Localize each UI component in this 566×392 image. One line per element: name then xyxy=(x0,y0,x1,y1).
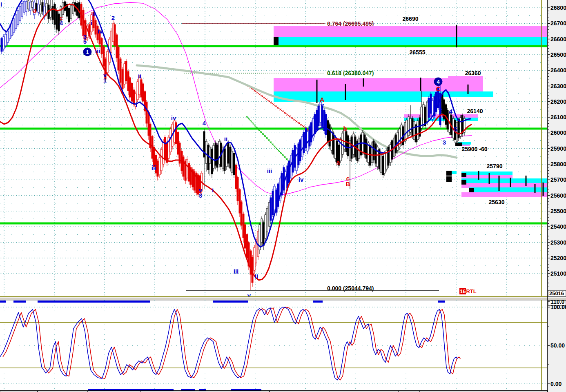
wave-label: 4 xyxy=(60,20,63,27)
candle-body xyxy=(137,82,138,100)
price-level-label: 26555 xyxy=(410,49,426,56)
candle-body xyxy=(148,112,149,136)
axis-tick-label: 25400. xyxy=(550,223,566,230)
wave-label: 4 xyxy=(203,120,206,127)
wave-label: i xyxy=(0,1,2,8)
candle-body xyxy=(288,161,290,183)
candle-body xyxy=(443,100,445,119)
candle-body xyxy=(329,125,330,146)
wave-label: iv xyxy=(98,28,103,35)
axis-tick-label: 26100. xyxy=(550,114,566,120)
candle-body xyxy=(287,166,288,188)
candle-body xyxy=(82,10,84,36)
candle-body xyxy=(186,159,188,178)
wave-label: 5 xyxy=(83,38,87,45)
candle-body xyxy=(138,78,140,95)
candle-body xyxy=(188,163,190,181)
price-band[interactable] xyxy=(274,37,547,45)
price-band[interactable] xyxy=(461,175,513,179)
candle-body xyxy=(157,161,158,176)
candle-body xyxy=(54,4,56,24)
candle-body xyxy=(401,125,402,144)
candle-body xyxy=(382,156,384,175)
candle-body xyxy=(164,137,166,160)
axis-tick-label: 26800. xyxy=(550,4,566,11)
wave-label: i xyxy=(136,101,137,108)
candle-body xyxy=(15,15,17,29)
price-band[interactable] xyxy=(461,192,547,197)
wave-label: 2 xyxy=(439,107,442,114)
candle-body xyxy=(408,117,410,136)
price-level-label: 26140 xyxy=(467,108,483,114)
candle-body xyxy=(384,154,386,173)
wave-label: v xyxy=(321,102,324,109)
candle-body xyxy=(233,153,235,175)
band-marker xyxy=(446,171,452,176)
candle-body xyxy=(27,1,29,9)
osc-signal-bar-top xyxy=(438,301,445,303)
candle-body xyxy=(23,1,25,12)
candle-body xyxy=(40,5,41,14)
candle-body xyxy=(159,158,160,175)
trading-app-window: 0.764 (26695.495)0.618 (26380.047)0.000 … xyxy=(0,0,566,392)
last-price-value: 25016 xyxy=(549,290,564,296)
wave-label: iii xyxy=(234,268,239,275)
candle-body xyxy=(129,78,131,97)
wave-label: 5 xyxy=(454,126,457,133)
axis-tick-label: 26400. xyxy=(550,67,566,74)
candle-body xyxy=(207,145,209,170)
axis-tick-label: 25800. xyxy=(550,161,566,167)
band-marker xyxy=(455,143,462,146)
band-marker xyxy=(461,180,466,185)
candle-body xyxy=(68,8,70,22)
candle-body xyxy=(404,122,406,141)
candle-body xyxy=(215,143,216,165)
chart-canvas[interactable]: 0.764 (26695.495)0.618 (26380.047)0.000 … xyxy=(0,0,566,392)
candle-body xyxy=(318,106,319,126)
band-marker xyxy=(452,171,457,174)
wave-label: 4 xyxy=(449,108,453,115)
candle-body xyxy=(205,141,207,163)
candle-body xyxy=(160,149,162,171)
band-marker xyxy=(446,176,452,182)
candle-body xyxy=(19,7,21,20)
candle-body xyxy=(42,2,43,11)
price-band[interactable] xyxy=(274,26,547,37)
fib-label: 0.000 (25044.794) xyxy=(327,285,374,292)
axis-tick-label: 26300. xyxy=(550,83,566,89)
candle-body xyxy=(218,141,220,164)
candle-body xyxy=(243,214,244,238)
candle-body xyxy=(11,23,13,36)
candle-body xyxy=(209,147,211,163)
wave-label: 2 xyxy=(111,14,115,21)
wave-degree-number: 4 xyxy=(437,79,440,85)
candle-body xyxy=(274,186,275,210)
wave-label: a xyxy=(336,159,340,166)
candle-body xyxy=(114,24,116,46)
wave-label: 3 xyxy=(443,139,446,146)
candle-body xyxy=(309,127,310,146)
candle-body xyxy=(5,34,7,46)
candle-body xyxy=(17,11,19,24)
candle-body xyxy=(296,149,297,171)
candle-body xyxy=(38,4,39,12)
price-band[interactable] xyxy=(461,178,547,183)
candle-body xyxy=(211,149,213,174)
candle-body xyxy=(112,24,114,42)
price-level-label: 26690 xyxy=(403,16,419,22)
price-level-label: 25630 xyxy=(489,199,505,205)
axis-tick-label: 25900. xyxy=(550,145,566,152)
price-band[interactable] xyxy=(372,91,493,97)
candle-body xyxy=(175,122,177,144)
candle-body xyxy=(334,137,336,158)
price-band[interactable] xyxy=(461,172,513,175)
wave-degree-number: 1 xyxy=(86,49,89,55)
osc-signal-bar-top xyxy=(313,301,323,303)
wave-label: B xyxy=(346,180,350,187)
fib-label: 0.618 (26380.047) xyxy=(327,70,374,76)
candle-body xyxy=(347,136,349,156)
price-band[interactable] xyxy=(274,78,483,91)
candle-body xyxy=(327,120,329,142)
candle-body xyxy=(95,20,96,34)
candle-body xyxy=(110,31,112,52)
